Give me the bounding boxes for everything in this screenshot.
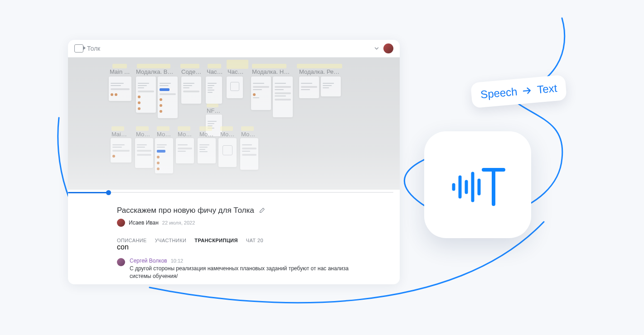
recording-date: 22 июля, 2022 — [162, 220, 195, 225]
author-name: Исаев Иван — [129, 220, 159, 226]
frame-thumbnail[interactable] — [176, 138, 194, 163]
speech-to-text-icon — [448, 155, 507, 214]
frame-label: Мо… — [157, 131, 171, 138]
titlebar: Толк — [68, 40, 400, 57]
progress-thumb[interactable] — [106, 190, 111, 195]
frame-thumbnail[interactable] — [111, 138, 131, 163]
frame-thumbnail[interactable] — [135, 138, 153, 168]
frame-thumbnail[interactable] — [218, 138, 237, 167]
arrow-right-icon — [521, 85, 533, 96]
chevron-down-icon[interactable] — [373, 45, 380, 52]
frame-thumbnails: Main … Модалка. В… Соде… Час… Час… Модал… — [68, 57, 400, 190]
frame-label: Модалка. Ре… — [299, 68, 339, 75]
frame-label: Main … — [110, 68, 130, 75]
frame-label: Час… — [207, 68, 223, 75]
frame-thumbnail[interactable] — [206, 77, 222, 104]
recording-canvas[interactable]: Main … Модалка. В… Соде… Час… Час… Модал… — [68, 57, 400, 190]
frame-label: Мо… — [199, 131, 213, 138]
frame-label: Час… — [228, 68, 243, 75]
tab-description[interactable]: ОПИСАНИЕ — [117, 238, 147, 243]
frame-thumbnail[interactable] — [240, 138, 258, 170]
speech-to-text-callout: Speech Text — [470, 75, 567, 108]
tab-chat[interactable]: ЧАТ 20 — [246, 238, 263, 243]
recording-title: Расскажем про новую фичу для Толка — [117, 206, 254, 215]
callout-speech: Speech — [480, 85, 518, 101]
author-avatar — [117, 219, 125, 227]
frame-thumbnail[interactable] — [198, 138, 216, 163]
app-logo-icon — [74, 44, 83, 53]
frame-label: Mai… — [111, 131, 127, 138]
frame-thumbnail[interactable] — [155, 138, 173, 173]
detail-tabs: ОПИСАНИЕ УЧАСТНИКИ ТРАНСКРИПЦИЯ ЧАТ 20 — [117, 238, 351, 243]
transcript-list: Сергей Волков 10:12 С другой стороны реа… — [117, 258, 351, 284]
tab-transcription[interactable]: ТРАНСКРИПЦИЯ — [194, 238, 237, 243]
frame-thumbnail[interactable] — [109, 77, 131, 101]
app-window: Толк Main … Модалка. В… Соде… Час… Час… … — [68, 40, 400, 284]
frame-label: Соде… — [181, 68, 201, 75]
frame-thumbnail[interactable] — [273, 77, 293, 117]
edit-icon[interactable] — [259, 207, 265, 214]
callout-text: Text — [537, 82, 557, 96]
frame-thumbnail[interactable] — [136, 77, 156, 113]
tab-participants[interactable]: УЧАСТНИКИ — [155, 238, 186, 243]
app-title: Толк — [87, 45, 100, 52]
feature-badge — [424, 131, 531, 238]
frame-thumbnail[interactable] — [299, 77, 319, 98]
playback-progress[interactable] — [68, 190, 400, 196]
frame-label: NF… — [207, 107, 220, 114]
frame-label: Мо… — [220, 131, 234, 138]
frame-thumbnail[interactable] — [158, 77, 178, 118]
frame-label: Мо… — [178, 131, 192, 138]
frame-label: Модалка. В… — [136, 68, 173, 75]
transcript-text: С другой стороны реализация намеченных п… — [130, 265, 351, 280]
frame-label: Мо… — [136, 131, 150, 138]
frame-thumbnail[interactable] — [251, 77, 271, 110]
frame-thumbnail[interactable] — [227, 77, 243, 98]
frame-thumbnail[interactable] — [181, 77, 201, 104]
recording-details: Расскажем про новую фичу для Толка Исаев… — [68, 196, 400, 284]
frame-thumbnail[interactable] — [321, 77, 341, 96]
frame-label: Мо… — [241, 131, 255, 138]
user-avatar[interactable] — [383, 43, 393, 53]
speaker-avatar — [117, 258, 125, 266]
transcript-entry: Сергей Волков 10:12 С другой стороны реа… — [117, 258, 351, 280]
speaker-name: Сергей Волков — [130, 258, 167, 264]
frame-label: Модалка. Но… — [252, 68, 293, 75]
speaker-time[interactable]: 10:12 — [171, 258, 184, 263]
